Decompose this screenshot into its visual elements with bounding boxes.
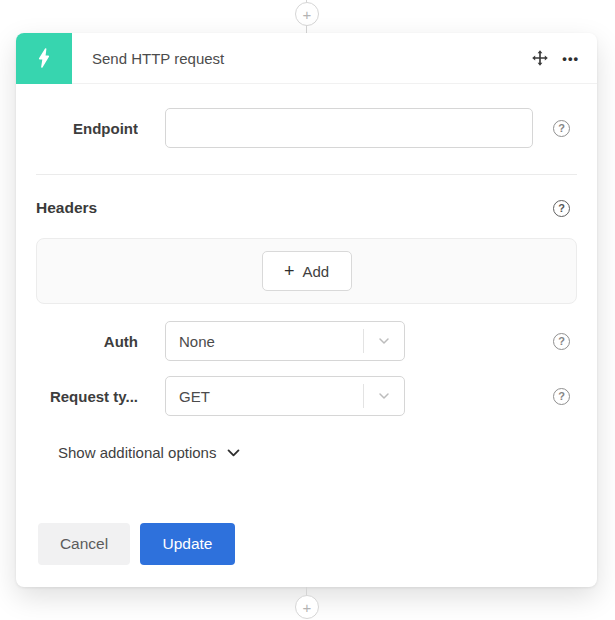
add-step-below-button[interactable]: +: [295, 595, 319, 619]
show-additional-options-label: Show additional options: [58, 444, 216, 461]
add-header-button-label: Add: [302, 263, 329, 280]
headers-help-icon[interactable]: ?: [553, 200, 570, 217]
request-type-label: Request ty...: [36, 388, 138, 405]
cancel-button[interactable]: Cancel: [38, 523, 130, 565]
chevron-down-icon: [364, 388, 404, 404]
lightning-bolt-icon: [36, 48, 52, 68]
chevron-down-icon: [364, 333, 404, 349]
endpoint-row: Endpoint ?: [36, 108, 577, 148]
headers-section-title: Headers: [36, 199, 97, 217]
endpoint-help-icon[interactable]: ?: [553, 120, 570, 137]
chevron-down-icon: [225, 444, 242, 461]
endpoint-input[interactable]: [165, 108, 533, 148]
update-button[interactable]: Update: [140, 523, 235, 565]
card-body: Endpoint ? Headers ? + Add Auth None: [16, 108, 597, 565]
auth-selected-value: None: [166, 333, 363, 350]
request-type-selected-value: GET: [166, 388, 363, 405]
plus-icon: +: [303, 600, 312, 615]
footer-actions: Cancel Update: [38, 523, 577, 565]
node-title: Send HTTP request: [92, 50, 531, 67]
add-step-above-button[interactable]: +: [295, 2, 319, 26]
auth-select[interactable]: None: [165, 321, 405, 361]
workflow-canvas: + Send HTTP request ••• Endpoint: [0, 0, 615, 620]
action-icon-box: [16, 33, 72, 84]
headers-empty-panel: + Add: [36, 238, 577, 304]
plus-icon: +: [284, 262, 295, 280]
auth-label: Auth: [36, 333, 138, 350]
node-menu-button[interactable]: •••: [562, 52, 579, 65]
send-http-request-node-card: Send HTTP request ••• Endpoint ? Headers…: [16, 33, 597, 587]
section-divider: [36, 174, 577, 175]
card-header: Send HTTP request •••: [16, 33, 597, 84]
headers-section-row: Headers ?: [36, 198, 577, 218]
auth-row: Auth None ?: [36, 321, 577, 361]
auth-help-icon[interactable]: ?: [553, 333, 570, 350]
request-type-row: Request ty... GET ?: [36, 376, 577, 416]
request-type-select[interactable]: GET: [165, 376, 405, 416]
endpoint-label: Endpoint: [36, 120, 138, 137]
show-additional-options-toggle[interactable]: Show additional options: [58, 444, 242, 461]
move-drag-handle-icon[interactable]: [531, 49, 549, 67]
add-header-button[interactable]: + Add: [262, 251, 352, 291]
request-type-help-icon[interactable]: ?: [553, 388, 570, 405]
plus-icon: +: [303, 7, 312, 22]
